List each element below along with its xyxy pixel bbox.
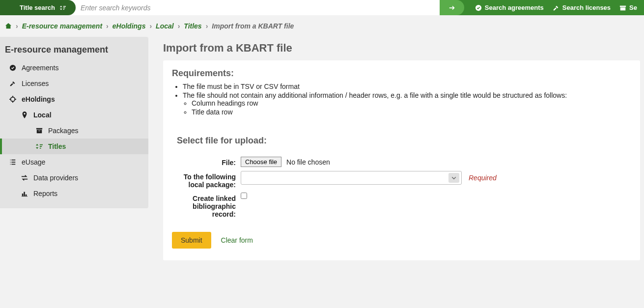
sidebar-item-label: eUsage [22,158,45,166]
requirement-text: The file should not contain any addition… [183,91,567,99]
sidebar-item-local[interactable]: Local [0,107,148,123]
select-file-heading: Select file for upload: [177,136,631,146]
search-input[interactable] [81,4,448,12]
bar-chart-icon [21,190,28,197]
top-bar: Title search Search agreements Search li… [0,0,644,15]
svg-rect-10 [24,192,25,196]
sidebar-item-eholdings[interactable]: eHoldings [0,91,148,107]
sidebar-item-label: Licenses [22,80,49,87]
form-row-bib: Create linked bibliographic record: [177,193,631,218]
requirements-list: The file must be in TSV or CSV format Th… [183,83,631,116]
sidebar-item-label: Titles [48,142,66,150]
breadcrumb-sep: › [106,22,109,30]
check-circle-icon [9,64,17,71]
sidebar-item-agreements[interactable]: Agreements [0,60,148,76]
breadcrumb-sep: › [206,22,208,30]
sidebar-item-reports[interactable]: Reports [0,186,148,201]
search-licenses-link[interactable]: Search licenses [553,4,611,11]
breadcrumb-erm[interactable]: E-resource management [22,22,102,30]
sidebar-item-label: Agreements [22,64,58,72]
archive-icon [619,4,626,11]
breadcrumb-sep: › [149,22,152,30]
requirement-subitem: Column headings row [192,99,631,107]
panel: Requirements: The file must be in TSV or… [163,60,640,260]
breadcrumb-local[interactable]: Local [156,22,174,30]
home-icon[interactable] [5,23,12,29]
requirements-heading: Requirements: [172,68,631,79]
svg-rect-7 [38,131,40,131]
sidebar-item-titles[interactable]: Titles [0,139,148,154]
requirements-sublist: Column headings row Title data row [192,99,631,116]
svg-point-4 [11,97,15,102]
main-content: Import from a KBART file Requirements: T… [148,37,644,275]
crosshair-icon [9,96,17,103]
sidebar-item-packages[interactable]: Packages [0,123,148,139]
svg-rect-11 [26,195,27,196]
svg-rect-6 [37,130,42,133]
create-bib-checkbox[interactable] [241,193,247,199]
requirement-item: The file must be in TSV or CSV format [183,83,631,90]
arrow-right-icon [448,4,455,11]
svg-rect-2 [620,7,626,10]
sidebar-item-licenses[interactable]: Licenses [0,76,148,91]
breadcrumb: › E-resource management › eHoldings › Lo… [0,15,644,37]
file-label: File: [177,157,241,167]
sort-icon [59,5,67,11]
map-pin-icon [21,112,28,118]
svg-rect-1 [620,5,626,7]
requirement-subitem: Title data row [192,108,631,116]
sidebar-item-label: eHoldings [22,95,55,103]
package-label: To the following local package: [177,171,241,189]
svg-rect-9 [22,194,24,196]
top-action-label: Search licenses [562,4,611,11]
form-row-file: File: Choose file No file chosen [177,157,631,167]
top-action-more[interactable]: Se [619,4,637,11]
upload-section: Select file for upload: File: Choose fil… [172,136,631,218]
sidebar-item-label: Local [33,111,52,119]
sidebar-item-label: Packages [48,127,78,135]
breadcrumb-sep: › [178,22,180,30]
sidebar-item-eusage[interactable]: eUsage [0,154,148,170]
choose-file-button[interactable]: Choose file [241,157,281,167]
top-action-label: Search agreements [485,4,544,11]
search-type-label: Title search [20,4,55,11]
main-layout: E-resource management Agreements License… [0,37,644,275]
svg-rect-8 [22,196,28,196]
requirement-item: The file should not contain any addition… [183,91,631,116]
sidebar-item-label: Data providers [33,174,78,182]
page-title: Import from a KBART file [163,42,640,55]
exchange-icon [21,174,28,181]
file-status: No file chosen [286,158,330,166]
search-input-wrap [66,0,448,15]
package-select[interactable] [241,171,462,185]
check-circle-icon [475,4,482,11]
breadcrumb-titles[interactable]: Titles [184,22,201,30]
breadcrumb-sep: › [16,22,18,30]
chevron-down-icon [448,173,459,183]
sort-icon [35,143,43,150]
required-label: Required [469,174,497,182]
list-icon [9,159,17,166]
breadcrumb-eholdings[interactable]: eHoldings [112,22,146,30]
gavel-icon [9,80,17,87]
sidebar-item-label: Reports [33,190,57,197]
search-agreements-link[interactable]: Search agreements [475,4,544,11]
sidebar-heading: E-resource management [0,41,148,60]
breadcrumb-current: Import from a KBART file [212,22,294,30]
clear-form-link[interactable]: Clear form [221,236,253,244]
search-type-selector[interactable]: Title search [0,0,76,15]
archive-icon [35,127,43,134]
search-submit-button[interactable] [440,0,464,15]
bib-label: Create linked bibliographic record: [177,193,241,218]
top-actions: Search agreements Search licenses Se [464,4,644,11]
top-action-label: Se [629,4,637,11]
gavel-icon [553,4,560,11]
svg-rect-5 [36,128,42,130]
form-actions: Submit Clear form [172,232,631,249]
sidebar-item-data-providers[interactable]: Data providers [0,170,148,186]
submit-button[interactable]: Submit [172,232,211,249]
form-row-package: To the following local package: Required [177,171,631,189]
sidebar: E-resource management Agreements License… [0,37,148,208]
